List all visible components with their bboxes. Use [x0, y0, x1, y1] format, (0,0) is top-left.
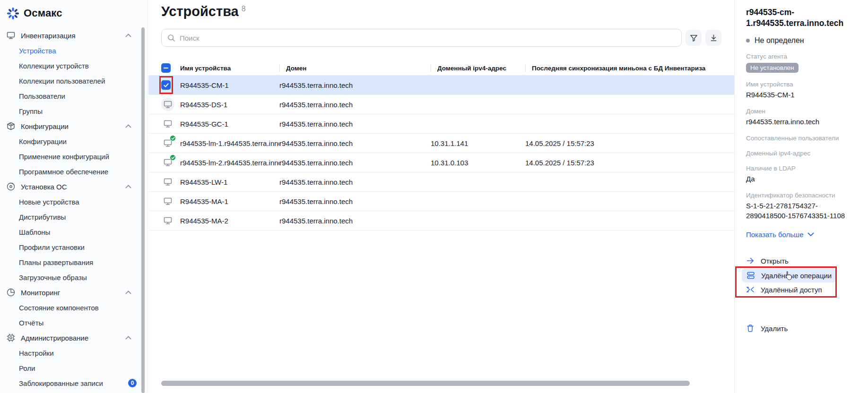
package-icon [6, 121, 16, 131]
sidebar-item[interactable]: Применение конфигураций [0, 149, 148, 164]
export-button[interactable] [705, 30, 721, 46]
table-row[interactable]: R944535-MA-2 r944535.terra.inno.tech [148, 211, 734, 231]
table-row[interactable]: r944535-lm-1.r944535.terra.inno.tech r94… [148, 134, 734, 153]
sidebar-item[interactable]: Отчёты [0, 315, 148, 330]
app-name: Осмакс [24, 7, 62, 19]
column-header-name[interactable]: Имя устройства [180, 65, 279, 72]
sidebar-item[interactable]: Группы [0, 103, 148, 119]
remote-access-action[interactable]: Удалённый доступ [735, 282, 868, 297]
remote-operations-action[interactable]: Удалённые операции [742, 268, 837, 282]
sidebar-item[interactable]: Роли [0, 360, 148, 376]
table-row[interactable]: R944535-GC-1 r944535.terra.inno.tech [148, 114, 734, 134]
cell-ip: 10.31.1.141 [431, 139, 525, 147]
sidebar-item[interactable]: Коллекции устройств [0, 58, 148, 73]
sidebar-item-label: Коллекции устройств [19, 62, 89, 70]
cell-device-name: r944535-lm-1.r944535.terra.inno.tech [180, 139, 279, 147]
row-icon-cell [148, 156, 180, 169]
sidebar-item-label: Применение конфигураций [19, 153, 109, 161]
chevron-up-icon[interactable] [125, 290, 131, 294]
devices-table: Имя устройства Домен Доменный ipv4-адрес… [148, 61, 734, 231]
sidebar-section-disc[interactable]: Установка ОС [0, 179, 148, 194]
field-label: Идентификатор безопасности [746, 192, 857, 199]
row-icon-cell [148, 98, 180, 111]
sidebar-section-pie-chart[interactable]: Мониторинг [0, 285, 148, 300]
sidebar-scrollbar[interactable] [141, 27, 145, 393]
device-monitor-icon [161, 98, 174, 111]
sidebar-section-chip[interactable]: Администрирование [0, 330, 148, 345]
horizontal-scrollbar[interactable] [161, 381, 690, 386]
sidebar-item[interactable]: Планы развертывания [0, 255, 148, 270]
sidebar-item[interactable]: Программное обеспечение [0, 164, 148, 179]
sidebar-item-label: Заблокированные записи [19, 379, 103, 387]
sidebar-item[interactable]: Дистрибутивы [0, 209, 148, 224]
chevron-up-icon[interactable] [125, 185, 131, 188]
sidebar-section-package[interactable]: Конфигурации [0, 119, 148, 134]
sidebar-item-label: Устройства [19, 47, 56, 55]
sidebar-item[interactable]: Загрузочные образы [0, 270, 148, 285]
cell-device-name: R944535-CM-1 [180, 81, 279, 89]
cell-device-name: R944535-MA-1 [180, 197, 279, 205]
sidebar-nav: Инвентаризация Устройства Коллекции устр… [0, 22, 148, 391]
field-value: S-1-5-21-2781754327-2890418500-157674335… [746, 201, 857, 221]
device-monitor-icon [161, 175, 174, 188]
sidebar-item[interactable]: Конфигурации [0, 134, 148, 149]
row-checkbox[interactable] [161, 80, 171, 90]
sidebar-item[interactable]: Профили установки [0, 239, 148, 255]
sidebar-item[interactable]: Настройки [0, 345, 148, 360]
row-icon-cell [148, 117, 180, 130]
sidebar-item-label: Программное обеспечение [19, 168, 108, 176]
table-row[interactable]: R944535-MA-1 r944535.terra.inno.tech [148, 192, 734, 211]
chevron-up-icon[interactable] [125, 34, 131, 37]
open-action[interactable]: Открыть [735, 254, 868, 268]
indeterminate-icon [163, 65, 169, 71]
field-label: Домен [746, 108, 857, 115]
pie-chart-icon [6, 288, 16, 297]
online-check-icon [170, 135, 176, 141]
sidebar-item-label: Коллекции пользователей [19, 77, 105, 85]
chevron-up-icon[interactable] [125, 124, 131, 128]
column-header-domain[interactable]: Домен [279, 64, 431, 72]
sidebar-section-label: Установка ОС [21, 183, 67, 191]
sidebar-item[interactable]: Шаблоны [0, 224, 148, 239]
row-icon-cell [148, 137, 180, 150]
show-more-link[interactable]: Показать больше [746, 231, 857, 239]
sidebar-item[interactable]: Устройства [0, 43, 148, 58]
sidebar-section-label: Инвентаризация [21, 32, 76, 40]
chevron-up-icon[interactable] [125, 336, 131, 340]
chip-icon [6, 333, 16, 342]
sidebar-item-label: Отчёты [19, 319, 43, 327]
remote-access-label: Удалённый доступ [761, 286, 822, 294]
table-row[interactable]: R944535-LW-1 r944535.terra.inno.tech [148, 172, 734, 192]
table-row[interactable]: R944535-DS-1 r944535.terra.inno.tech [148, 95, 734, 114]
sidebar-item-label: Дистрибутивы [19, 213, 66, 221]
sidebar-item[interactable]: Состояние компонентов [0, 300, 148, 315]
remote-operations-label: Удалённые операции [761, 272, 832, 280]
field-label: Сопоставленные пользователи [746, 135, 857, 142]
app-logo-icon [7, 7, 19, 20]
table-body: R944535-CM-1 r944535.terra.inno.tech R94… [148, 76, 734, 231]
sidebar-item[interactable]: Новые устройства [0, 194, 148, 209]
sidebar-item[interactable]: Заблокированные записи 0 [0, 376, 148, 391]
device-field: Доменный ipv4-адрес [746, 150, 857, 157]
row-icon-cell [148, 195, 180, 208]
column-header-ip[interactable]: Доменный ipv4-адрес [431, 64, 525, 72]
cell-domain: r944535.terra.inno.tech [279, 81, 431, 89]
search-box[interactable] [161, 29, 682, 47]
column-header-sync[interactable]: Последняя синхронизация миньона с БД Инв… [525, 64, 734, 72]
select-all-checkbox[interactable] [161, 63, 171, 73]
table-row[interactable]: R944535-CM-1 r944535.terra.inno.tech [148, 76, 734, 95]
device-monitor-icon [161, 117, 174, 130]
search-input[interactable] [180, 34, 676, 42]
sidebar-section-monitor[interactable]: Инвентаризация [0, 28, 148, 43]
count-badge: 0 [128, 379, 137, 387]
filter-button[interactable] [686, 30, 702, 46]
cell-domain: r944535.terra.inno.tech [279, 101, 431, 109]
table-row[interactable]: r944535-lm-2.r944535.terra.inno.tech r94… [148, 153, 734, 172]
sidebar-item[interactable]: Пользователи [0, 88, 148, 103]
download-icon [710, 34, 718, 42]
monitor-icon [6, 31, 16, 40]
cell-sync: 14.05.2025 / 15:57:23 [525, 159, 734, 167]
filter-icon [690, 34, 698, 42]
delete-action[interactable]: Удалить [735, 321, 868, 335]
sidebar-item[interactable]: Коллекции пользователей [0, 73, 148, 88]
